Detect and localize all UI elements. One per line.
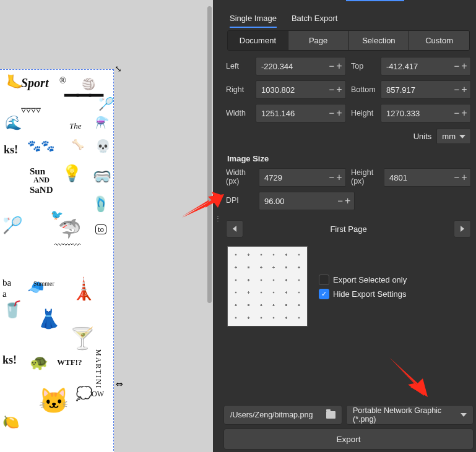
dec-icon[interactable]: − [328, 169, 335, 185]
dec-icon[interactable]: − [453, 58, 461, 74]
doodle-text: The [69, 122, 82, 130]
document-artboard[interactable]: Sport ® 🦶 🏐 ▔▔▔ 🏸 ▿▿▿▿ The 🌊 ⚗️ ks! 🐾🐾 🦴… [0, 69, 114, 452]
canvas-scrollbar[interactable] [207, 6, 212, 303]
inc-icon[interactable]: + [335, 82, 343, 98]
top-tab-strip [221, 0, 476, 9]
pager-title: First Page [248, 224, 449, 234]
doodle-text: Sun [30, 166, 45, 177]
label-top: Top [351, 62, 376, 70]
triangle-left-icon [233, 226, 236, 232]
mode-custom[interactable]: Custom [409, 31, 469, 50]
input-left-value[interactable]: -220.344 [256, 58, 326, 75]
output-format-text: Portable Network Graphic (*.png) [353, 406, 461, 424]
artwork-doodles: Sport ® 🦶 🏐 ▔▔▔ 🏸 ▿▿▿▿ The 🌊 ⚗️ ks! 🐾🐾 🦴… [2, 72, 111, 451]
input-height-value[interactable]: 1270.333 [381, 104, 451, 122]
triangle-right-icon [461, 226, 464, 232]
input-top-value[interactable]: -412.417 [381, 58, 451, 75]
export-preview-thumbnail [227, 246, 308, 326]
inc-icon[interactable]: + [461, 105, 468, 121]
mode-document[interactable]: Document [228, 31, 288, 50]
label-height-px: Height (px) [351, 169, 379, 186]
dec-icon[interactable]: − [328, 82, 335, 98]
dec-icon[interactable]: − [328, 58, 335, 74]
input-height-px-value[interactable]: 4801 [384, 169, 451, 186]
chevron-down-icon [459, 135, 465, 139]
doodle-text: MARTINI [94, 349, 102, 390]
inc-icon[interactable]: + [335, 58, 343, 74]
mode-selection[interactable]: Selection [349, 31, 410, 50]
doodle-text: AND [33, 176, 50, 184]
checkbox-label: Export Selected only [333, 275, 407, 284]
inc-icon[interactable]: + [461, 58, 468, 74]
pager-next-button[interactable] [454, 220, 471, 237]
tab-batch-export[interactable]: Batch Export [292, 14, 337, 28]
input-dpi[interactable]: 96.00 −+ [259, 192, 355, 210]
input-width[interactable]: 1251.146 −+ [256, 104, 346, 122]
units-select[interactable]: mm [436, 129, 471, 144]
mode-page[interactable]: Page [288, 31, 349, 50]
annotation-arrow-icon [387, 355, 430, 398]
dec-icon[interactable]: − [453, 82, 461, 98]
heading-image-size: Image Size [227, 154, 470, 163]
export-panel: Single Image Batch Export Document Page … [221, 0, 476, 452]
doodle-text: MEOW [80, 390, 104, 398]
doodle-text: SaND [30, 185, 53, 195]
page-pager: First Page [226, 220, 471, 237]
units-row: Units mm [221, 127, 476, 151]
image-size-properties: Width (px) 4729 −+ Height (px) 4801 −+ D… [221, 168, 476, 215]
export-sub-tabs: Single Image Batch Export [221, 9, 476, 28]
label-width: Width [226, 109, 251, 117]
panel-gutter[interactable]: ⋮ [213, 0, 221, 452]
active-top-tab-indicator [346, 0, 404, 1]
label-dpi: DPI [226, 197, 254, 205]
folder-icon [326, 411, 335, 419]
chevron-down-icon [461, 413, 467, 417]
inc-icon[interactable]: + [335, 169, 343, 185]
resize-handle-side[interactable]: ⇔ [115, 380, 124, 388]
checkbox-label: Hide Export Settings [333, 289, 407, 299]
preview-row: Export Selected only ✓ Hide Export Setti… [227, 246, 470, 326]
inc-icon[interactable]: + [344, 193, 352, 209]
export-button[interactable]: Export [223, 429, 474, 450]
inc-icon[interactable]: + [461, 82, 468, 98]
label-left: Left [226, 62, 251, 70]
input-width-px-value[interactable]: 4729 [259, 169, 326, 186]
output-path-text: /Users/Zeng/bitmap.png [230, 411, 313, 419]
inc-icon[interactable]: + [461, 169, 468, 185]
checkbox-export-selected-only[interactable]: Export Selected only [319, 275, 407, 285]
export-bottom-bar: /Users/Zeng/bitmap.png Portable Network … [221, 405, 476, 452]
input-height[interactable]: 1270.333 −+ [381, 104, 471, 122]
checkbox-box-icon [319, 275, 329, 285]
input-height-px[interactable]: 4801 −+ [384, 168, 471, 187]
inc-icon[interactable]: + [335, 105, 343, 121]
input-dpi-value[interactable]: 96.00 [259, 192, 334, 210]
doodle-text: to [95, 224, 106, 234]
input-bottom-value[interactable]: 857.917 [381, 81, 451, 98]
tab-single-image[interactable]: Single Image [230, 14, 277, 28]
label-height: Height [351, 109, 376, 117]
doodle-text: Summer [33, 280, 54, 287]
gutter-grip-icon: ⋮ [215, 218, 219, 220]
input-width-value[interactable]: 1251.146 [256, 104, 326, 122]
dec-icon[interactable]: − [453, 105, 461, 121]
input-bottom[interactable]: 857.917 −+ [381, 80, 471, 99]
output-format-select[interactable]: Portable Network Graphic (*.png) [346, 405, 474, 425]
resize-handle-corner[interactable]: ⤡ [114, 64, 123, 73]
dec-icon[interactable]: − [328, 105, 335, 121]
dec-icon[interactable]: − [337, 193, 344, 209]
doodle-text: WTF!? [57, 358, 82, 367]
label-bottom: Bottom [351, 85, 376, 94]
output-path-button[interactable]: /Users/Zeng/bitmap.png [223, 405, 342, 425]
input-right[interactable]: 1030.802 −+ [256, 80, 346, 99]
checkbox-box-icon: ✓ [319, 289, 329, 299]
input-left[interactable]: -220.344 −+ [256, 57, 346, 75]
label-units: Units [413, 132, 432, 141]
checkbox-hide-export-settings[interactable]: ✓ Hide Export Settings [319, 289, 407, 299]
canvas-area[interactable]: Sport ® 🦶 🏐 ▔▔▔ 🏸 ▿▿▿▿ The 🌊 ⚗️ ks! 🐾🐾 🦴… [0, 0, 213, 452]
pager-prev-button[interactable] [226, 220, 243, 237]
input-top[interactable]: -412.417 −+ [381, 57, 471, 75]
input-right-value[interactable]: 1030.802 [256, 81, 326, 98]
label-right: Right [226, 85, 251, 94]
input-width-px[interactable]: 4729 −+ [259, 168, 346, 187]
dec-icon[interactable]: − [453, 169, 461, 185]
